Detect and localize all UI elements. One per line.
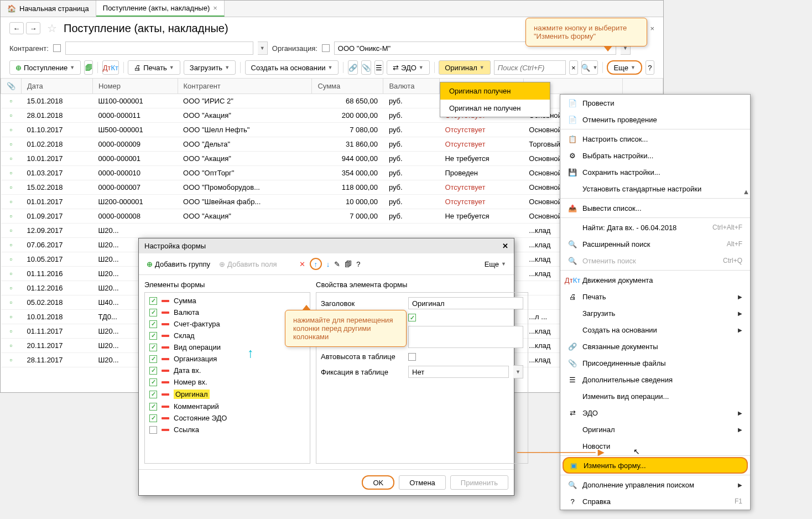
attach-button[interactable]: 📎	[361, 60, 371, 75]
dialog-help-button[interactable]: ?	[356, 260, 360, 268]
load-button[interactable]: Загрузить▼	[184, 60, 236, 75]
form-element-item[interactable]: ✓ Организация	[147, 353, 308, 365]
list-button[interactable]: ☰	[374, 60, 383, 75]
prop-textarea[interactable]	[408, 326, 523, 348]
item-checkbox[interactable]	[149, 426, 157, 434]
menu-search-ext[interactable]: 🔍Дополнение управления поиском▶	[560, 476, 750, 493]
print-button[interactable]: 🖨Печать▼	[128, 60, 180, 75]
menu-add-info[interactable]: ☰Дополнительные сведения	[560, 371, 750, 388]
search-input[interactable]	[494, 60, 566, 75]
menu-cancel-post[interactable]: 📄Отменить проведение	[560, 111, 750, 128]
item-checkbox[interactable]: ✓	[149, 391, 157, 398]
menu-change-form[interactable]: ▣Изменить форму...	[563, 457, 748, 474]
menu-adv-search[interactable]: 🔍Расширенный поискAlt+F	[560, 236, 750, 252]
favorite-icon[interactable]: ☆	[47, 22, 57, 35]
menu-choose-settings[interactable]: ⚙Выбрать настройки...	[560, 147, 750, 164]
cancel-button[interactable]: Отмена	[399, 475, 446, 490]
form-element-item[interactable]: ✓ Счет-фактура	[147, 318, 308, 330]
col-currency[interactable]: Валюта	[383, 79, 440, 94]
menu-post[interactable]: 📄Провести	[560, 95, 750, 111]
form-element-item[interactable]: ✓ Валюта	[147, 307, 308, 318]
org-checkbox[interactable]	[322, 44, 330, 52]
dd-original-not-received[interactable]: Оригинал не получен	[440, 100, 550, 117]
prop-fixation-dropdown[interactable]: ▼	[513, 365, 523, 378]
item-checkbox[interactable]: ✓	[149, 309, 157, 316]
menu-setup-list[interactable]: 📋Настроить список...	[560, 131, 750, 147]
tab-close-icon[interactable]: ×	[213, 4, 217, 12]
col-attach[interactable]: 📎	[1, 79, 22, 94]
add-group-button[interactable]: ⊕Добавить группу	[144, 259, 212, 269]
menu-attached-files[interactable]: 📎Присоединенные файлы	[560, 355, 750, 371]
item-checkbox[interactable]: ✓	[149, 297, 157, 305]
move-down-button[interactable]: ↓	[326, 260, 330, 268]
counterparty-input[interactable]	[65, 41, 253, 55]
counterparty-dropdown[interactable]: ▼	[258, 41, 268, 55]
form-element-item[interactable]: ✓ Вид операции	[147, 341, 308, 353]
item-checkbox[interactable]: ✓	[149, 403, 157, 411]
menu-create-based[interactable]: Создать на основании▶	[560, 321, 750, 338]
col-op[interactable]	[622, 79, 663, 94]
item-checkbox[interactable]: ✓	[149, 378, 157, 386]
menu-original[interactable]: Оригинал▶	[560, 421, 750, 438]
item-checkbox[interactable]: ✓	[149, 414, 157, 422]
search-button[interactable]: 🔍▼	[581, 60, 598, 75]
col-counterparty[interactable]: Контрагент	[178, 79, 312, 94]
item-checkbox[interactable]: ✓	[149, 355, 157, 363]
menu-set-default[interactable]: Установить стандартные настройки	[560, 180, 750, 197]
scroll-up-icon[interactable]: ▲	[743, 189, 749, 194]
counterparty-checkbox[interactable]	[53, 44, 61, 52]
help-button[interactable]: ?	[646, 60, 654, 75]
dialog-close-button[interactable]: ✕	[502, 242, 508, 250]
copy-button[interactable]: 🗐	[345, 260, 352, 268]
ok-button[interactable]: OK	[362, 475, 394, 490]
menu-cancel-search[interactable]: 🔍Отменить поискCtrl+Q	[560, 252, 750, 269]
more-button[interactable]: Еще▼	[607, 60, 642, 75]
menu-linked-docs[interactable]: 🔗Связанные документы	[560, 338, 750, 355]
form-element-item[interactable]: ✓ Склад	[147, 330, 308, 341]
form-element-item[interactable]: ✓ Состояние ЭДО	[147, 412, 308, 424]
dtdk-button[interactable]: ДтКт	[102, 60, 119, 75]
col-sum[interactable]: Сумма	[312, 79, 383, 94]
copy-button[interactable]: 🗐	[84, 60, 93, 75]
move-up-button[interactable]: ↑	[310, 258, 322, 270]
menu-output-list[interactable]: 📤Вывести список...	[560, 200, 750, 216]
create-based-button[interactable]: Создать на основании▼	[245, 60, 339, 75]
menu-load[interactable]: Загрузить▶	[560, 305, 750, 321]
close-icon[interactable]: ×	[650, 24, 654, 33]
prop-header-input[interactable]	[408, 297, 523, 309]
item-checkbox[interactable]: ✓	[149, 332, 157, 340]
item-checkbox[interactable]: ✓	[149, 367, 157, 375]
col-date[interactable]: Дата	[22, 79, 93, 94]
form-element-item[interactable]: ✓ Дата вх.	[147, 365, 308, 376]
prop-fixation-select[interactable]	[408, 366, 509, 378]
form-element-item[interactable]: ✓ Сумма	[147, 295, 308, 307]
menu-help[interactable]: ?СправкаF1	[560, 493, 750, 510]
menu-change-op[interactable]: Изменить вид операции...	[560, 388, 750, 404]
form-element-item[interactable]: ✓ Номер вх.	[147, 376, 308, 388]
menu-doc-moves[interactable]: ДтКтДвижения документа	[560, 272, 750, 288]
receipt-button[interactable]: ⊕Поступление▼	[9, 60, 81, 75]
search-clear-button[interactable]: ×	[569, 60, 578, 75]
menu-print[interactable]: 🖨Печать▶	[560, 288, 750, 305]
menu-save-settings[interactable]: 💾Сохранить настройки...	[560, 164, 750, 180]
item-checkbox[interactable]: ✓	[149, 344, 157, 351]
tab-home[interactable]: 🏠 Начальная страница	[1, 1, 96, 17]
delete-button[interactable]: ✕	[299, 260, 305, 268]
menu-edo[interactable]: ⇄ЭДО▶	[560, 404, 750, 421]
edit-button[interactable]: ✎	[334, 260, 340, 268]
form-element-item[interactable]: Ссылка	[147, 424, 308, 435]
dd-original-received[interactable]: Оригинал получен	[440, 82, 550, 100]
prop-checkbox-1[interactable]: ✓	[408, 314, 416, 321]
item-checkbox[interactable]: ✓	[149, 320, 157, 328]
menu-find[interactable]: Найти: Дата вх. - 06.04.2018Ctrl+Alt+F	[560, 219, 750, 236]
form-element-item[interactable]: ✓ Комментарий	[147, 401, 308, 412]
edo-button[interactable]: ⇄ЭДО▼	[387, 60, 430, 75]
add-fields-button[interactable]: ⊕Добавить поля	[217, 259, 279, 269]
col-number[interactable]: Номер	[92, 79, 178, 94]
original-button[interactable]: Оригинал▼	[439, 60, 491, 75]
nav-forward-button[interactable]: →	[26, 22, 40, 34]
nav-back-button[interactable]: ←	[9, 22, 24, 34]
tab-receipts[interactable]: Поступление (акты, накладные) ×	[96, 1, 225, 17]
form-element-item[interactable]: ✓ Оригинал	[147, 388, 308, 401]
apply-button[interactable]: Применить	[450, 475, 508, 490]
